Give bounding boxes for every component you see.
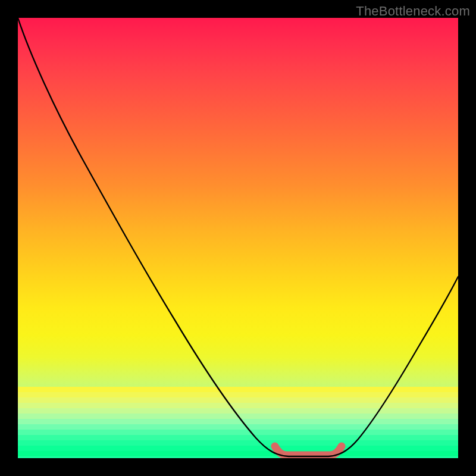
chart-frame: TheBottleneck.com bbox=[0, 0, 476, 476]
bottleneck-curve bbox=[18, 18, 458, 456]
optimal-range-marker bbox=[275, 446, 342, 455]
plot-area bbox=[18, 18, 458, 458]
watermark-label: TheBottleneck.com bbox=[356, 4, 470, 19]
chart-svg bbox=[18, 18, 458, 458]
